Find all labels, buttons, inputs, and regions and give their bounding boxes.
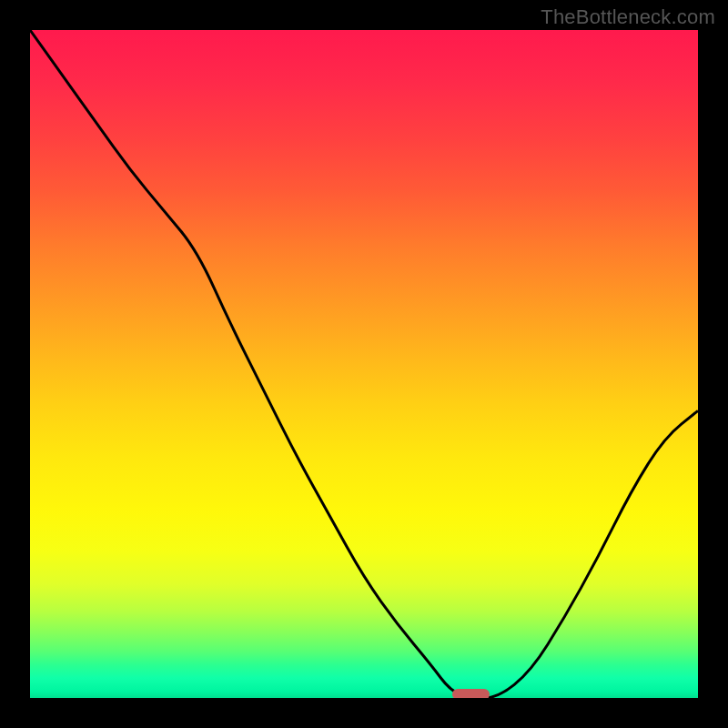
plot-area (30, 30, 698, 698)
optimal-point-marker (452, 689, 489, 698)
chart-container: TheBottleneck.com (0, 0, 728, 728)
bottleneck-curve (30, 30, 698, 698)
watermark-text: TheBottleneck.com (541, 5, 715, 29)
chart-svg (30, 30, 698, 698)
